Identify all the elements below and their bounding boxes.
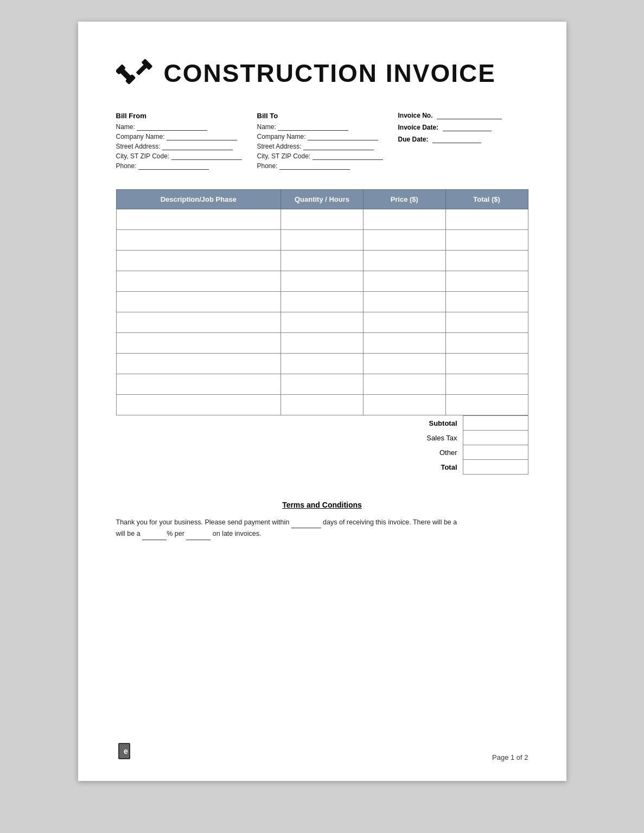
table-row	[116, 271, 528, 292]
table-cell	[363, 333, 445, 354]
table-cell	[281, 374, 364, 395]
bill-to-phone: Phone:	[257, 162, 398, 170]
sales-tax-row: Sales Tax	[387, 431, 528, 445]
invoice-page: CONSTRUCTION INVOICE Bill From Name: Com…	[78, 22, 566, 781]
subtotal-row: Subtotal	[387, 416, 528, 431]
invoice-date-field: Invoice Date:	[398, 124, 528, 131]
bill-from-street: Street Address:	[116, 143, 257, 150]
invoice-no-field: Invoice No.	[398, 112, 528, 119]
invoice-footer: e Page 1 of 2	[116, 742, 528, 761]
table-row	[116, 395, 528, 415]
col-quantity: Quantity / Hours	[281, 190, 364, 209]
terms-title: Terms and Conditions	[116, 501, 528, 509]
table-cell	[445, 395, 528, 415]
invoice-meta-col: Invoice No. Invoice Date: Due Date:	[398, 112, 528, 172]
table-cell	[281, 333, 364, 354]
total-label: Total	[387, 460, 463, 475]
table-cell	[281, 292, 364, 312]
table-cell	[363, 209, 445, 230]
table-cell	[445, 374, 528, 395]
table-cell	[116, 354, 281, 374]
table-row	[116, 230, 528, 251]
subtotal-value	[463, 416, 528, 431]
bill-section: Bill From Name: Company Name: Street Add…	[116, 112, 528, 172]
table-cell	[116, 230, 281, 251]
table-row	[116, 251, 528, 271]
table-cell	[445, 333, 528, 354]
table-cell	[116, 209, 281, 230]
bill-from-name: Name:	[116, 123, 257, 131]
table-cell	[445, 251, 528, 271]
bill-to-title: Bill To	[257, 112, 398, 120]
totals-table: Subtotal Sales Tax Other Total	[387, 415, 528, 475]
col-description: Description/Job Phase	[116, 190, 281, 209]
table-row	[116, 354, 528, 374]
table-cell	[116, 312, 281, 333]
bill-from-col: Bill From Name: Company Name: Street Add…	[116, 112, 257, 172]
other-value	[463, 445, 528, 460]
bill-from-city: City, ST ZIP Code:	[116, 152, 257, 160]
total-row: Total	[387, 460, 528, 475]
bill-to-col: Bill To Name: Company Name: Street Addre…	[257, 112, 398, 172]
other-row: Other	[387, 445, 528, 460]
table-cell	[363, 230, 445, 251]
invoice-table: Description/Job Phase Quantity / Hours P…	[116, 189, 528, 415]
table-cell	[281, 354, 364, 374]
table-cell	[116, 333, 281, 354]
bill-from-phone: Phone:	[116, 162, 257, 170]
subtotal-label: Subtotal	[387, 416, 463, 431]
table-cell	[281, 209, 364, 230]
table-cell	[281, 271, 364, 292]
svg-text:e: e	[124, 747, 128, 755]
table-cell	[281, 230, 364, 251]
table-cell	[363, 374, 445, 395]
table-cell	[281, 251, 364, 271]
totals-section: Subtotal Sales Tax Other Total	[116, 415, 528, 475]
sales-tax-value	[463, 431, 528, 445]
bill-to-city: City, ST ZIP Code:	[257, 152, 398, 160]
table-cell	[116, 251, 281, 271]
table-cell	[363, 271, 445, 292]
table-cell	[445, 354, 528, 374]
terms-text: Thank you for your business. Please send…	[116, 517, 528, 540]
col-price: Price ($)	[363, 190, 445, 209]
table-cell	[445, 292, 528, 312]
other-label: Other	[387, 445, 463, 460]
due-date-field: Due Date:	[398, 136, 528, 143]
terms-section: Terms and Conditions Thank you for your …	[116, 501, 528, 540]
table-cell	[116, 292, 281, 312]
sales-tax-label: Sales Tax	[387, 431, 463, 445]
table-cell	[116, 395, 281, 415]
total-value	[463, 460, 528, 475]
construction-icon	[116, 54, 154, 92]
table-cell	[363, 312, 445, 333]
table-cell	[281, 395, 364, 415]
table-cell	[363, 292, 445, 312]
bill-to-name: Name:	[257, 123, 398, 131]
table-row	[116, 333, 528, 354]
table-row	[116, 312, 528, 333]
table-cell	[116, 374, 281, 395]
invoice-title: CONSTRUCTION INVOICE	[164, 59, 496, 88]
page-number: Page 1 of 2	[492, 753, 528, 761]
bill-from-company: Company Name:	[116, 133, 257, 140]
table-cell	[445, 312, 528, 333]
invoice-header: CONSTRUCTION INVOICE	[116, 54, 528, 92]
table-header-row: Description/Job Phase Quantity / Hours P…	[116, 190, 528, 209]
table-cell	[363, 354, 445, 374]
table-row	[116, 209, 528, 230]
bill-to-company: Company Name:	[257, 133, 398, 140]
table-cell	[281, 312, 364, 333]
table-cell	[116, 271, 281, 292]
table-cell	[445, 209, 528, 230]
table-cell	[445, 271, 528, 292]
table-cell	[363, 251, 445, 271]
table-cell	[363, 395, 445, 415]
bill-to-street: Street Address:	[257, 143, 398, 150]
table-cell	[445, 230, 528, 251]
table-row	[116, 374, 528, 395]
doc-icon: e	[116, 742, 136, 761]
col-total: Total ($)	[445, 190, 528, 209]
bill-from-title: Bill From	[116, 112, 257, 120]
table-row	[116, 292, 528, 312]
